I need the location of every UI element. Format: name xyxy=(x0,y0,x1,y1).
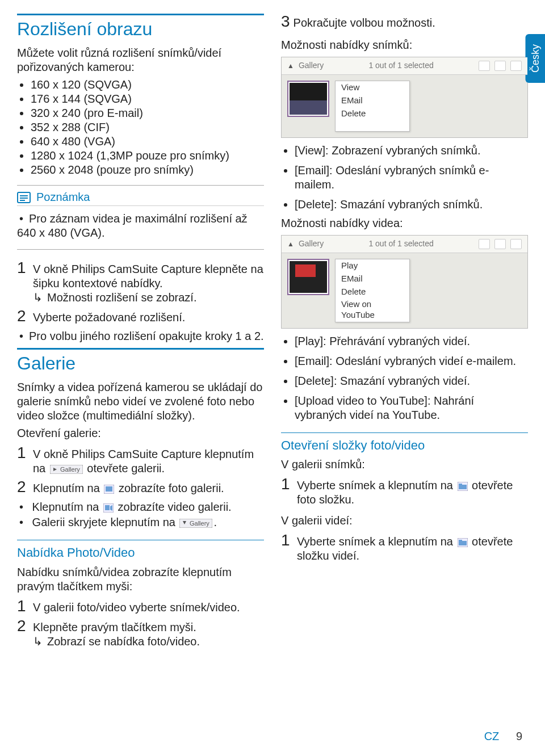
folder-icon xyxy=(458,538,468,547)
note-label: Poznámka xyxy=(36,190,90,204)
note-box: Poznámka Pro záznam videa je maximální r… xyxy=(17,185,264,250)
step-text: Pokračujte volbou možnosti. xyxy=(294,16,435,29)
video-thumbnail xyxy=(287,259,329,295)
ctx-item: View on YouTube xyxy=(336,298,409,322)
step-sub-bullets: Pro volbu jiného rozlišení opakujte krok… xyxy=(17,329,264,343)
svg-rect-19 xyxy=(459,541,467,545)
ctx-item: EMail xyxy=(336,272,409,285)
resolution-item: 160 x 120 (SQVGA) xyxy=(31,78,264,92)
step-text-pre: Vyberte snímek a klepnutím na xyxy=(297,479,456,492)
resolution-steps: 1 V okně Philips CamSuite Capture klepně… xyxy=(17,260,264,325)
resolution-item: 352 x 288 (CIF) xyxy=(31,120,264,135)
gallery-open-label: Otevření galerie: xyxy=(17,426,264,440)
step-text-pre: Klepnutím na xyxy=(33,482,103,494)
step-number: 1 xyxy=(17,445,33,476)
folder-icon xyxy=(458,482,468,491)
svg-rect-8 xyxy=(106,486,112,492)
resolution-item: 176 x 144 (SQVGA) xyxy=(31,92,264,106)
list-item: [View]: Zobrazení vybraných snímků. xyxy=(295,144,528,158)
bullet-pre: Klepnutím na xyxy=(32,501,102,513)
resolution-item: 2560 x 2048 (pouze pro snímky) xyxy=(31,163,264,177)
step-number: 2 xyxy=(17,308,33,325)
right-column: 3Pokračujte volbou možnosti. Možnosti na… xyxy=(281,14,528,704)
list-item: [Play]: Přehrávání vybraných videí. xyxy=(295,334,528,348)
ctx-item: Delete xyxy=(336,107,409,120)
note-icon xyxy=(17,192,31,203)
step-text-post: otevřete galerii. xyxy=(84,462,165,474)
subheading-folder: Otevření složky foto/video xyxy=(281,432,528,453)
galerie-steps: 1 V okně Philips CamSuite Capture klepnu… xyxy=(17,445,264,495)
bullet-pre: Galerii skryjete klepnutím na xyxy=(32,516,179,528)
label-photo-options: Možnosti nabídky snímků: xyxy=(281,38,528,52)
photo-options-list: [View]: Zobrazení vybraných snímků.[Emai… xyxy=(281,144,528,212)
step-text: V galerii foto/video vyberte snímek/vide… xyxy=(33,598,264,615)
svg-rect-20 xyxy=(459,540,462,541)
context-menu-video: PlayEMailDeleteView on YouTube xyxy=(335,259,410,322)
footer-region: CZ xyxy=(484,730,500,742)
ctx-item: EMail xyxy=(336,94,409,107)
screenshot-video-menu: ▲Gallery 1 out of 1 selected PlayEMailDe… xyxy=(281,235,528,329)
folder-photo-label: V galerii snímků: xyxy=(281,457,528,472)
photo-icon xyxy=(104,485,114,494)
label-video-options: Možnosti nabídky videa: xyxy=(281,216,528,230)
step-text-post: zobrazíte foto galerii. xyxy=(115,482,224,494)
step-number: 2 xyxy=(17,618,33,649)
resolution-item: 1280 x 1024 (1,3MP pouze pro snímky) xyxy=(31,149,264,163)
list-item: [Email]: Odeslání vybraných videí e-mail… xyxy=(295,354,528,368)
gallery-toggle-icon: Gallery xyxy=(179,519,212,528)
gallery-toggle-icon: Gallery xyxy=(50,465,83,474)
step-text: Klepněte pravým tlačítkem myši. xyxy=(33,621,196,633)
photo-thumbnail xyxy=(287,81,329,117)
step-number: 2 xyxy=(17,479,33,495)
svg-rect-17 xyxy=(459,484,462,485)
intro-text: Můžete volit různá rozlišení snímků/vide… xyxy=(17,46,264,74)
subheading-nabidka: Nabídka Photo/Video xyxy=(17,540,264,561)
svg-rect-10 xyxy=(105,505,110,510)
context-menu-photo: ViewEMailDelete xyxy=(335,81,410,132)
step-number: 1 xyxy=(281,532,297,563)
step-result: Zobrazí se nabídka foto/video. xyxy=(33,635,200,648)
note-body: Pro záznam videa je maximální rozlišení … xyxy=(17,207,264,242)
step-text: Vyberte požadované rozlišení. xyxy=(33,308,264,325)
nabidka-steps: 1 V galerii foto/video vyberte snímek/vi… xyxy=(17,598,264,649)
ctx-item: View xyxy=(336,81,409,94)
bullet-post: zobrazíte video galerii. xyxy=(115,501,232,513)
video-options-list: [Play]: Přehrávání vybraných videí.[Emai… xyxy=(281,334,528,422)
galerie-sub-bullets: Klepnutím na zobrazíte video galerii. Ga… xyxy=(17,500,264,530)
left-column: Rozlišení obrazu Můžete volit různá rozl… xyxy=(17,14,264,704)
list-item: [Email]: Odeslání vybraných snímků e-mai… xyxy=(295,163,528,192)
language-tab: Česky xyxy=(526,34,546,83)
svg-text:Gallery: Gallery xyxy=(190,520,209,527)
step-number: 1 xyxy=(281,476,297,507)
gallery-intro: Snímky a videa pořízená kamerou se uklád… xyxy=(17,380,264,423)
folder-video-label: V galerii videí: xyxy=(281,514,528,528)
svg-rect-16 xyxy=(459,485,467,489)
heading-resolution: Rozlišení obrazu xyxy=(17,14,264,40)
list-item: [Delete]: Smazání vybraných snímků. xyxy=(295,198,528,212)
step-result: Možnosti rozlišení se zobrazí. xyxy=(33,291,196,304)
page-footer: CZ 9 xyxy=(484,729,522,744)
resolution-item: 320 x 240 (pro E-mail) xyxy=(31,106,264,120)
bullet-post: . xyxy=(213,516,217,528)
video-icon xyxy=(103,503,114,513)
step-text: V okně Philips CamSuite Capture klepněte… xyxy=(33,263,263,289)
ctx-item: Play xyxy=(336,259,409,272)
step-number: 3 xyxy=(281,14,290,30)
heading-galerie: Galerie xyxy=(17,348,264,375)
list-item: [Delete]: Smazání vybraných videí. xyxy=(295,374,528,388)
list-item: [Upload video to YouTube]: Nahrání vybra… xyxy=(295,394,528,422)
step-text-pre: Vyberte snímek a klepnutím na xyxy=(297,535,456,548)
screenshot-photo-menu: ▲Gallery 1 out of 1 selected ViewEMailDe… xyxy=(281,57,528,138)
svg-text:Gallery: Gallery xyxy=(60,466,80,473)
step-number: 1 xyxy=(17,598,33,615)
ctx-item: Delete xyxy=(336,285,409,299)
step-number: 1 xyxy=(17,260,33,305)
resolution-item: 640 x 480 (VGA) xyxy=(31,135,264,149)
resolution-list: 160 x 120 (SQVGA)176 x 144 (SQVGA)320 x … xyxy=(17,78,264,177)
page-number: 9 xyxy=(516,730,522,742)
nabidka-intro: Nabídku snímků/videa zobrazíte klepnutím… xyxy=(17,565,264,594)
